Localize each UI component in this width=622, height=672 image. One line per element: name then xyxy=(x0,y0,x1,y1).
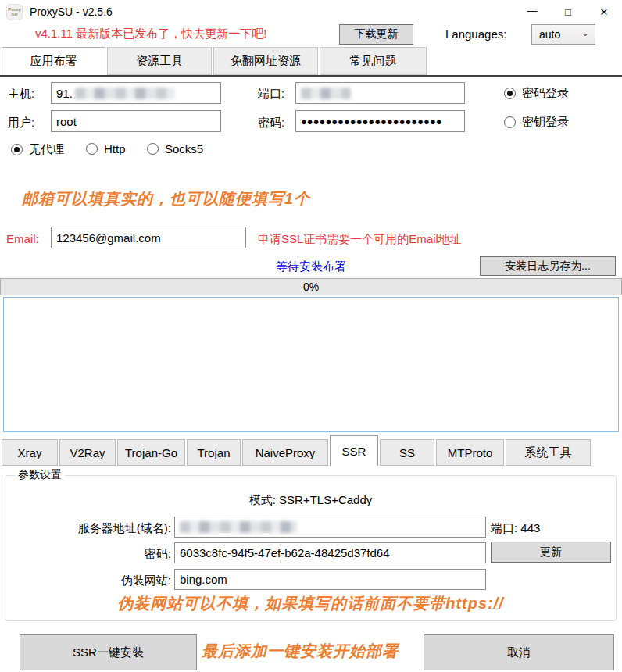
tab-app-deploy[interactable]: 应用布署 xyxy=(2,47,105,75)
ssl-note: 申请SSL证书需要一个可用的Email地址 xyxy=(258,232,462,247)
port-redacted-value xyxy=(301,88,351,99)
tab-v2ray[interactable]: V2Ray xyxy=(59,439,116,466)
language-select[interactable]: auto ⌄ xyxy=(531,24,595,45)
cancel-button[interactable]: 取消 xyxy=(424,634,614,670)
tab-ss[interactable]: SS xyxy=(380,439,434,466)
maximize-icon: □ xyxy=(565,6,571,18)
update-password-button[interactable]: 更新 xyxy=(491,542,611,563)
radio-circle xyxy=(504,116,516,128)
password-masked-value: ●●●●●●●●●●●●●●●●●●●●●●● xyxy=(301,116,442,127)
language-value: auto xyxy=(539,28,560,41)
tab-free-urls[interactable]: 免翻网址资源 xyxy=(213,47,318,75)
window-controls: — □ ✕ xyxy=(514,0,622,23)
tab-xray[interactable]: Xray xyxy=(2,439,58,466)
radio-label: 密码登录 xyxy=(522,86,569,101)
email-hint: 邮箱可以填真实的，也可以随便填写1个 xyxy=(22,188,310,209)
languages-label: Languages: xyxy=(445,27,506,41)
user-value: root xyxy=(56,115,77,128)
radio-password-login[interactable]: 密码登录 xyxy=(504,86,569,101)
download-update-button[interactable]: 下载更新 xyxy=(339,24,413,45)
host-redacted-value xyxy=(75,88,175,99)
save-log-button[interactable]: 安装日志另存为... xyxy=(480,256,616,276)
params-groupbox: 参数设置 模式: SSR+TLS+Caddy 服务器地址(域名): 端口: 44… xyxy=(5,475,617,621)
port-label: 端口: xyxy=(258,87,284,102)
app-window: Proxy SU ProxySU - v2.5.6 — □ ✕ v4.1.11 … xyxy=(0,0,622,672)
radio-circle xyxy=(86,143,98,155)
radio-circle xyxy=(147,143,159,155)
radio-key-login[interactable]: 密钥登录 xyxy=(504,115,569,130)
user-input[interactable]: root xyxy=(51,110,221,132)
password-input[interactable]: ●●●●●●●●●●●●●●●●●●●●●●● xyxy=(295,110,465,132)
host-input[interactable]: 91. xyxy=(51,82,221,104)
domain-redacted-value xyxy=(180,521,297,533)
radio-no-proxy[interactable]: 无代理 xyxy=(11,142,64,157)
tab-trojan-go[interactable]: Trojan-Go xyxy=(117,439,185,466)
port-input[interactable] xyxy=(295,82,465,104)
masquerade-label: 伪装网站: xyxy=(93,574,171,588)
install-progress-bar: 0% xyxy=(0,278,622,295)
ssr-password-input[interactable]: 6033c8fc-94f5-47ef-b62a-48425d37fd64 xyxy=(174,542,486,563)
chevron-down-icon: ⌄ xyxy=(581,27,589,38)
tab-resource-tools[interactable]: 资源工具 xyxy=(107,47,212,75)
radio-http-proxy[interactable]: Http xyxy=(86,142,126,155)
email-input[interactable]: 123456@gmail.com xyxy=(51,227,246,248)
user-label: 用户: xyxy=(8,116,34,130)
ssr-password-label: 密码: xyxy=(93,547,171,562)
main-tab-bar: 应用布署 资源工具 免翻网址资源 常见问题 xyxy=(2,47,427,75)
params-group-title: 参数设置 xyxy=(15,468,65,482)
radio-label: Http xyxy=(104,142,126,155)
ssr-install-button[interactable]: SSR一键安装 xyxy=(20,634,197,670)
domain-label: 服务器地址(域名): xyxy=(67,521,171,536)
masquerade-hint: 伪装网站可以不填，如果填写的话前面不要带https:// xyxy=(5,593,616,614)
domain-input[interactable] xyxy=(174,517,486,538)
email-label: Email: xyxy=(6,232,39,245)
minimize-icon: — xyxy=(527,5,538,16)
tab-trojan[interactable]: Trojan xyxy=(187,439,241,466)
close-button[interactable]: ✕ xyxy=(586,0,622,23)
ssr-port-label: 端口: 443 xyxy=(491,521,540,536)
password-label: 密码: xyxy=(258,116,284,130)
radio-circle-checked xyxy=(504,88,516,99)
title-bar: Proxy SU ProxySU - v2.5.6 — □ ✕ xyxy=(0,0,622,23)
radio-circle-checked xyxy=(11,144,23,155)
masquerade-value: bing.com xyxy=(180,573,227,586)
radio-label: Socks5 xyxy=(165,142,203,155)
app-icon: Proxy SU xyxy=(6,4,23,20)
app-icon-text-2: SU xyxy=(11,12,17,16)
tab-naiveproxy[interactable]: NaiveProxy xyxy=(242,439,328,466)
radio-socks5-proxy[interactable]: Socks5 xyxy=(147,142,203,155)
masquerade-input[interactable]: bing.com xyxy=(174,569,486,590)
close-icon: ✕ xyxy=(600,6,609,18)
footer-hint: 最后添加一键安装开始部署 xyxy=(202,641,399,662)
tab-ssr[interactable]: SSR xyxy=(330,435,378,466)
install-log-area[interactable] xyxy=(3,297,619,432)
radio-label: 无代理 xyxy=(29,142,64,157)
progress-value: 0% xyxy=(303,281,319,293)
protocol-tab-bar: Xray V2Ray Trojan-Go Trojan NaiveProxy S… xyxy=(2,435,591,466)
host-value: 91. xyxy=(56,87,73,100)
tab-mtproto[interactable]: MTProto xyxy=(436,439,504,466)
maximize-button[interactable]: □ xyxy=(550,0,586,23)
host-label: 主机: xyxy=(8,87,34,102)
window-title: ProxySU - v2.5.6 xyxy=(30,5,113,18)
tab-faq[interactable]: 常见问题 xyxy=(320,47,427,75)
radio-label: 密钥登录 xyxy=(522,115,569,130)
email-value: 123456@gmail.com xyxy=(56,231,161,245)
mode-line: 模式: SSR+TLS+Caddy xyxy=(5,493,616,508)
update-notice: v4.1.11 最新版本已发布了，快去更新一下吧! xyxy=(35,27,266,41)
minimize-button[interactable]: — xyxy=(514,0,550,23)
tab-system-tools[interactable]: 系统工具 xyxy=(506,439,591,466)
tab-underline xyxy=(0,75,622,77)
ssr-password-value: 6033c8fc-94f5-47ef-b62a-48425d37fd64 xyxy=(180,546,390,559)
